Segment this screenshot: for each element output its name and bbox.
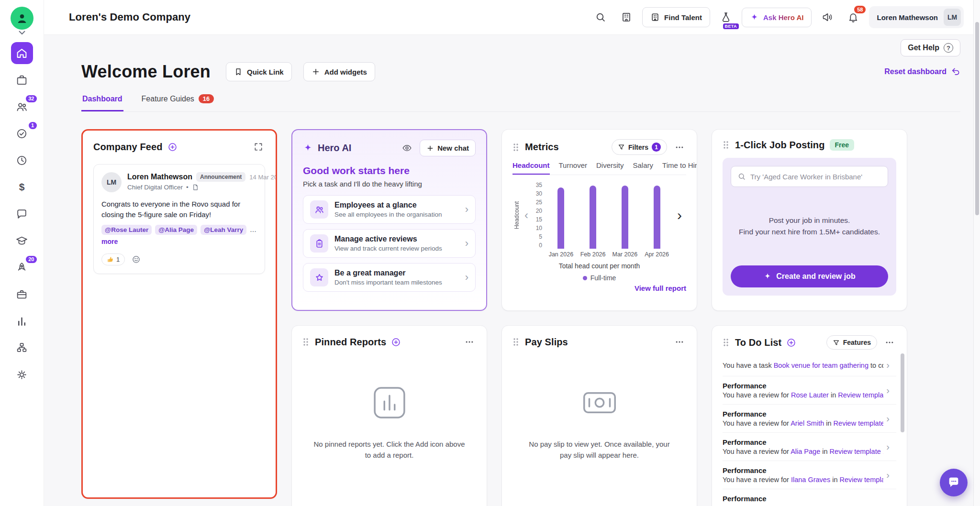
add-widgets-button[interactable]: Add widgets (303, 62, 375, 81)
sidebar-item-learning[interactable] (11, 230, 33, 252)
people-icon (16, 101, 28, 113)
drag-handle-icon[interactable] (512, 337, 519, 347)
post-author[interactable]: Loren Mathewson (127, 173, 192, 181)
tab-headcount[interactable]: Headcount (512, 161, 550, 175)
reset-dashboard-button[interactable]: Reset dashboard (884, 67, 960, 77)
create-review-job-button[interactable]: Create and review job (731, 265, 888, 287)
todo-item[interactable]: PerformanceYou have a review for Ilana G… (723, 461, 896, 489)
todo-item[interactable]: Performance (723, 489, 896, 506)
y-axis-tick: 30 (536, 190, 542, 197)
sidebar-item-time[interactable] (11, 149, 33, 171)
todo-item[interactable]: You have a task Book venue for team gath… (723, 354, 896, 376)
todo-item-link[interactable]: Book venue for team gathering (774, 362, 869, 369)
drag-handle-icon[interactable] (723, 338, 729, 347)
chevron-right-icon: › (886, 470, 890, 481)
tab-time-to-hire[interactable]: Time to Hire (662, 161, 697, 175)
user-menu[interactable]: Loren Mathewson LM (869, 6, 964, 28)
filters-button[interactable]: Filters 1 (612, 139, 667, 155)
org-chevron-down-icon[interactable] (19, 31, 25, 35)
todo-item-link[interactable]: Ariel Smith (791, 419, 824, 427)
job-search-input[interactable] (750, 173, 881, 181)
notification-count-badge: 58 (853, 5, 867, 14)
labs-button[interactable]: BETA (716, 7, 736, 27)
sidebar-item-org-chart[interactable] (11, 337, 33, 359)
tab-diversity[interactable]: Diversity (596, 161, 624, 175)
todo-item-link[interactable]: Review template 1 t... (830, 448, 884, 455)
mention-link[interactable]: @Alia Page (155, 225, 197, 235)
sidebar-item-reports[interactable] (11, 310, 33, 332)
todo-item-link[interactable]: Review template 1... (834, 419, 884, 427)
post-more-link[interactable]: more (101, 238, 257, 245)
employment-hero-logo[interactable] (11, 7, 33, 30)
add-reaction-icon[interactable] (130, 253, 143, 266)
ask-hero-ai-button[interactable]: Ask Hero AI (742, 8, 812, 27)
new-chat-label: New chat (437, 144, 469, 152)
more-options-icon[interactable] (673, 335, 686, 349)
post-author-role: Chief Digital Officer (127, 184, 183, 191)
drag-handle-icon[interactable] (723, 140, 729, 150)
quick-link-label: Quick Link (247, 68, 284, 76)
chevron-left-icon[interactable]: ‹ (521, 182, 532, 249)
reaction-pill[interactable]: 1 (101, 253, 125, 265)
chevron-right-icon: › (886, 441, 890, 452)
hero-task-employees[interactable]: Employees at a glance See all employees … (303, 195, 476, 224)
eye-icon[interactable] (400, 141, 414, 155)
todo-item[interactable]: PerformanceYou have a review for Alia Pa… (723, 433, 896, 461)
chevron-right-icon[interactable]: › (673, 182, 686, 249)
mention-link[interactable]: @Leah Varry (200, 225, 246, 235)
tab-feature-guides[interactable]: Feature Guides 16 (141, 94, 215, 111)
todo-item-link[interactable]: Review templat... (840, 476, 884, 484)
more-options-icon[interactable] (883, 336, 896, 349)
new-chat-button[interactable]: New chat (420, 140, 476, 156)
sidebar-item-onboarding[interactable]: 20 (11, 256, 33, 278)
bar (557, 187, 564, 249)
organisation-button[interactable] (616, 7, 636, 27)
todo-item-link[interactable]: Rose Lauter (791, 391, 829, 399)
y-axis-tick: 5 (539, 233, 542, 240)
add-task-icon[interactable] (786, 338, 796, 348)
quick-link-button[interactable]: Quick Link (226, 62, 292, 81)
sidebar-item-home[interactable] (11, 42, 33, 64)
sidebar-item-messages[interactable] (11, 203, 33, 225)
mention-link[interactable]: @Rose Lauter (101, 225, 152, 235)
sidebar-item-tasks[interactable]: 1 (11, 122, 33, 144)
todo-item-link[interactable]: Review template... (838, 391, 883, 399)
page-scrollbar-thumb[interactable] (975, 22, 979, 215)
sidebar-item-jobs[interactable] (11, 69, 33, 91)
hero-task-reviews[interactable]: Manage active reviews View and track cur… (303, 229, 476, 258)
sidebar-item-toolbox[interactable] (11, 283, 33, 305)
todo-item[interactable]: PerformanceYou have a review for Rose La… (723, 376, 896, 405)
bar (622, 186, 628, 249)
expand-icon[interactable] (252, 140, 265, 154)
chevron-right-icon: › (886, 413, 890, 424)
hero-task-manager[interactable]: Be a great manager Don't miss important … (303, 263, 476, 292)
todo-scrollbar[interactable] (901, 353, 904, 432)
chat-launcher-button[interactable] (940, 469, 968, 496)
tab-dashboard[interactable]: Dashboard (81, 94, 123, 111)
sidebar-item-settings[interactable] (11, 363, 33, 385)
more-options-icon[interactable] (673, 141, 686, 154)
job-search-field[interactable] (731, 166, 888, 187)
todo-item[interactable]: PerformanceYou have a review for Ariel S… (723, 405, 896, 433)
drag-handle-icon[interactable] (512, 143, 519, 152)
notifications-button[interactable]: 58 (843, 7, 863, 27)
view-full-report-link[interactable]: View full report (512, 284, 686, 292)
add-report-icon[interactable] (391, 337, 401, 347)
more-options-icon[interactable] (463, 335, 476, 349)
search-button[interactable] (590, 7, 611, 27)
features-filter-button[interactable]: Features (826, 335, 877, 350)
sidebar-item-payroll[interactable]: $ (11, 176, 33, 198)
drag-handle-icon[interactable] (302, 337, 309, 347)
tab-turnover[interactable]: Turnover (559, 161, 587, 175)
company-name[interactable]: Loren's Demo Company (69, 11, 190, 23)
page-scrollbar[interactable] (973, 0, 980, 506)
get-help-button[interactable]: Get Help ? (901, 39, 960, 56)
feed-post[interactable]: LM Loren Mathewson Announcement 14 Mar 2… (93, 164, 265, 274)
todo-item-link[interactable]: Alia Page (791, 448, 820, 455)
announcements-button[interactable] (817, 7, 837, 27)
add-post-icon[interactable] (167, 142, 178, 152)
todo-item-link[interactable]: Ilana Graves (791, 476, 830, 484)
find-talent-button[interactable]: Find Talent (642, 7, 710, 27)
sidebar-item-people[interactable]: 32 (11, 96, 33, 118)
tab-salary[interactable]: Salary (633, 161, 654, 175)
